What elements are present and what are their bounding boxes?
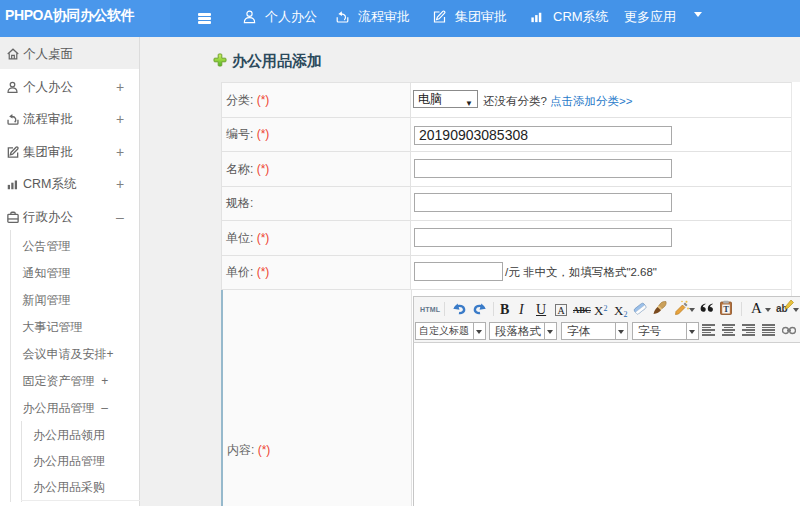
svg-text:T: T (723, 304, 729, 314)
